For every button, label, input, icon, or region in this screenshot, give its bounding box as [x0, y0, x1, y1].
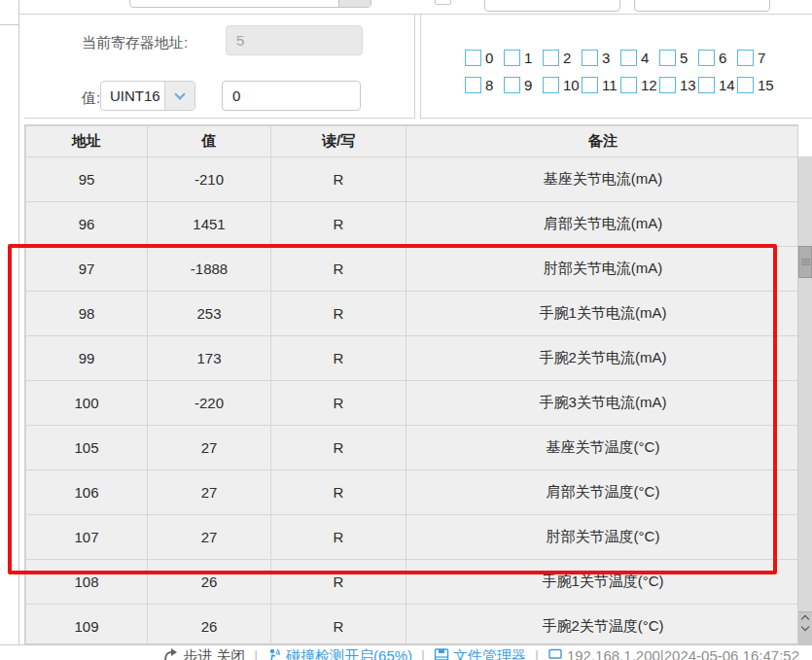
bit-checkbox-item-10[interactable]: 10 [543, 77, 582, 93]
cell-value: 1451 [148, 202, 271, 247]
register-form-panel: 当前寄存器地址: 5 值: UINT16 0 [24, 15, 415, 119]
truncated-top-input[interactable] [129, 0, 371, 8]
bit-checkbox-item-12[interactable]: 12 [620, 77, 659, 93]
table-row[interactable]: 100-220R手腕3关节电流(mA) [26, 381, 799, 426]
bit-checkbox-item-0[interactable]: 0 [465, 50, 504, 66]
bit-label: 0 [485, 50, 493, 66]
checkbox[interactable] [504, 77, 520, 93]
network-time-status: 192.168.1.200|2024-05-06 16:47:52 [547, 647, 799, 660]
cell-addr: 106 [26, 470, 148, 515]
scrollbar-buttons[interactable] [798, 611, 812, 644]
bit-checkbox-item-11[interactable]: 11 [582, 77, 620, 93]
bit-checkbox-item-9[interactable]: 9 [504, 77, 543, 93]
cell-note: 基座关节电流(mA) [406, 157, 799, 202]
bit-label: 12 [641, 77, 657, 93]
cell-addr: 105 [26, 426, 148, 470]
bit-label: 8 [485, 77, 493, 93]
cell-note: 手腕1关节电流(mA) [406, 292, 799, 336]
vertical-scrollbar[interactable] [798, 156, 812, 644]
cell-value: -220 [148, 381, 271, 426]
cell-value: 27 [148, 426, 271, 470]
bit-checkbox-item-5[interactable]: 5 [659, 50, 698, 66]
table-row[interactable]: 10926R手腕2关节温度(°C) [26, 605, 799, 645]
truncated-top-input-button[interactable] [338, 0, 371, 7]
bit-checkbox-item-13[interactable]: 13 [659, 77, 698, 93]
bit-checkbox-item-14[interactable]: 14 [698, 77, 737, 93]
table-row[interactable]: 97-1888R肘部关节电流(mA) [26, 247, 799, 292]
current-register-address-input: 5 [226, 25, 363, 55]
current-register-address-label: 当前寄存器地址: [82, 34, 188, 52]
bit-checkbox-item-6[interactable]: 6 [698, 50, 737, 66]
cell-note: 肩部关节温度(°C) [406, 470, 799, 515]
table-row[interactable]: 99173R手腕2关节电流(mA) [26, 336, 799, 381]
bit-checkbox-item-3[interactable]: 3 [582, 50, 620, 66]
checkbox[interactable] [543, 77, 559, 93]
truncated-widget-fragment [435, 0, 451, 5]
table-row[interactable]: 98253R手腕1关节电流(mA) [26, 292, 799, 336]
chevron-down-icon[interactable] [164, 82, 194, 110]
bit-label: 1 [524, 50, 532, 66]
value-input[interactable]: 0 [222, 81, 361, 111]
table-row[interactable]: 10727R肘部关节温度(°C) [26, 515, 799, 560]
cell-rw: R [271, 426, 406, 470]
checkbox[interactable] [737, 77, 754, 93]
step-mode-status[interactable]: 步进 关闭 [163, 647, 245, 660]
checkbox[interactable] [465, 50, 481, 66]
bit-checkbox-item-7[interactable]: 7 [737, 50, 776, 66]
checkbox[interactable] [737, 50, 754, 66]
cell-note: 手腕3关节电流(mA) [406, 381, 799, 426]
cell-addr: 98 [26, 292, 148, 336]
cell-rw: R [271, 292, 406, 336]
checkbox[interactable] [659, 77, 676, 93]
checkbox[interactable] [582, 50, 598, 66]
table-row[interactable]: 95-210R基座关节电流(mA) [26, 157, 799, 202]
table-row[interactable]: 10826R手腕1关节温度(°C) [26, 560, 799, 605]
chevron-down-icon[interactable] [801, 623, 809, 631]
bit-row-0-7: 01234567 [465, 50, 776, 66]
table-row[interactable]: 10527R基座关节温度(°C) [26, 426, 799, 470]
scrollbar-thumb[interactable] [798, 246, 812, 278]
file-manager-button[interactable]: 文件管理器 [434, 647, 526, 660]
bit-checkbox-item-15[interactable]: 15 [737, 77, 776, 93]
truncated-top-input-3[interactable] [634, 0, 770, 12]
value-type-select[interactable]: UINT16 [100, 81, 195, 111]
bit-checkbox-item-8[interactable]: 8 [465, 77, 504, 93]
table-header-row: 地址 值 读/写 备注 [26, 126, 799, 157]
bit-label: 5 [680, 50, 688, 66]
cell-value: 26 [148, 605, 271, 645]
cell-rw: R [271, 247, 406, 292]
collision-detect-icon [266, 647, 282, 660]
bit-label: 15 [758, 77, 774, 93]
bit-checkbox-item-2[interactable]: 2 [543, 50, 582, 66]
checkbox[interactable] [620, 50, 637, 66]
checkbox[interactable] [504, 50, 520, 66]
scrollbar-grip-icon [801, 259, 810, 265]
bit-label: 10 [563, 77, 580, 93]
collision-detect-status[interactable]: 碰撞检测开启(65%) [266, 647, 412, 660]
step-icon [163, 647, 179, 660]
cell-note: 肘部关节温度(°C) [406, 515, 799, 560]
checkbox[interactable] [698, 77, 715, 93]
cell-note: 手腕1关节温度(°C) [406, 560, 799, 605]
cell-addr: 99 [26, 336, 148, 381]
checkbox[interactable] [659, 50, 676, 66]
checkbox[interactable] [543, 50, 559, 66]
bit-checkbox-item-1[interactable]: 1 [504, 50, 543, 66]
checkbox[interactable] [698, 50, 715, 66]
header-read-write: 读/写 [271, 126, 406, 157]
bit-checkbox-item-4[interactable]: 4 [620, 50, 659, 66]
bit-label: 4 [641, 50, 649, 66]
checkbox[interactable] [465, 77, 481, 93]
checkbox[interactable] [620, 77, 637, 93]
status-separator: | [254, 647, 258, 660]
bit-label: 3 [602, 50, 610, 66]
truncated-top-input-2[interactable] [484, 0, 620, 12]
cell-value: 27 [148, 515, 271, 560]
bit-label: 9 [524, 77, 532, 93]
cell-value: -210 [148, 157, 271, 202]
checkbox[interactable] [582, 77, 598, 93]
cell-value: 253 [148, 292, 271, 336]
table-row[interactable]: 10627R肩部关节温度(°C) [26, 470, 799, 515]
status-bar: 步进 关闭 | 碰撞检测开启(65%) | 文件管理器 | [0, 644, 812, 660]
table-row[interactable]: 961451R肩部关节电流(mA) [26, 202, 799, 247]
